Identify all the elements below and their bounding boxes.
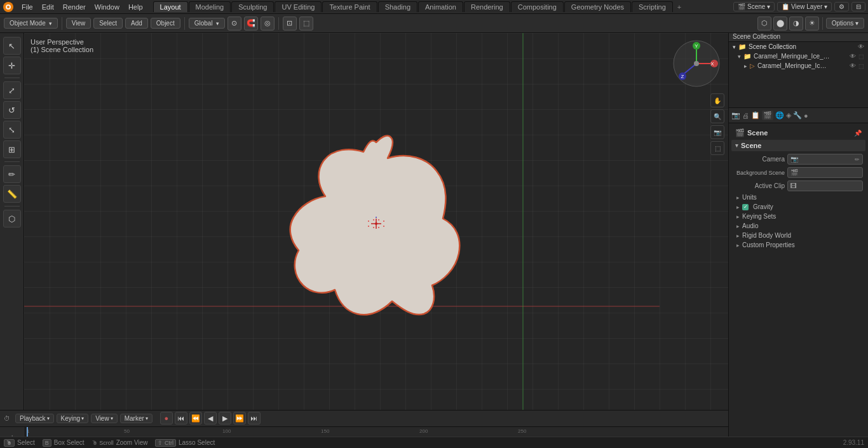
- menu-edit[interactable]: Edit: [38, 2, 58, 12]
- tab-modeling[interactable]: Modeling: [189, 1, 231, 12]
- outliner-item-collection[interactable]: ▾ 📁 Caramel_Meringue_Ice_Crea 👁 ⬚: [729, 51, 868, 61]
- cursor-tool[interactable]: ✛: [3, 57, 21, 74]
- units-section[interactable]: ▸ Units: [731, 193, 865, 202]
- tab-sculpting[interactable]: Sculpting: [231, 1, 274, 12]
- object-mode-dropdown[interactable]: Object Mode: [4, 18, 58, 29]
- tab-compositing[interactable]: Compositing: [511, 1, 564, 12]
- navigation-gizmo[interactable]: X Y Z: [671, 38, 722, 89]
- step-forward-btn[interactable]: ⏩: [233, 412, 246, 424]
- transform-global-dropdown[interactable]: Global: [189, 18, 225, 29]
- active-clip-field[interactable]: 🎞: [787, 180, 863, 191]
- scene-props-pin[interactable]: 📌: [854, 130, 862, 137]
- menu-window[interactable]: Window: [91, 2, 123, 12]
- view-layer-props-icon[interactable]: 📋: [751, 111, 760, 119]
- options-dropdown[interactable]: Options: [826, 18, 864, 29]
- snap-btn[interactable]: 🧲: [244, 17, 258, 31]
- playback-menu[interactable]: Playback: [15, 414, 54, 423]
- select-tool[interactable]: ↖: [3, 37, 21, 55]
- modifier-props-icon[interactable]: 🔧: [793, 111, 802, 119]
- render-props-icon[interactable]: 📷: [731, 111, 740, 119]
- scale-tool[interactable]: ⤡: [3, 121, 21, 139]
- background-scene-field[interactable]: 🎬: [787, 167, 863, 178]
- outliner-item-scene-collection[interactable]: ▾ 📁 Scene Collection 👁: [729, 42, 868, 51]
- outliner-item-mesh[interactable]: ▸ ▷ Caramel_Meringue_Ice_C 👁 ⬚: [729, 61, 868, 71]
- overlay-btn[interactable]: ⊡: [283, 17, 297, 31]
- add-menu[interactable]: Add: [125, 18, 148, 29]
- b-key: B: [43, 439, 51, 447]
- step-back-btn[interactable]: ⏪: [189, 412, 202, 424]
- view-layer-selector[interactable]: 📋 View Layer ▾: [777, 2, 832, 11]
- svg-text:Y: Y: [695, 43, 698, 49]
- tab-scripting[interactable]: Scripting: [632, 1, 673, 12]
- wireframe-shading-btn[interactable]: ⬡: [757, 17, 771, 31]
- scene-props-icon[interactable]: 🎬: [762, 111, 773, 120]
- rigid-body-section[interactable]: ▸ Rigid Body World: [731, 231, 865, 240]
- solid-shading-btn[interactable]: ⬤: [773, 17, 787, 31]
- select-menu[interactable]: Select: [93, 18, 123, 29]
- render-region-btn[interactable]: ⬚: [710, 141, 724, 155]
- audio-section[interactable]: ▸ Audio: [731, 221, 865, 231]
- play-btn[interactable]: ▶: [219, 412, 231, 424]
- measure-tool[interactable]: 📏: [3, 185, 21, 203]
- outliner-eye-icon[interactable]: 👁: [858, 43, 864, 50]
- menu-file[interactable]: File: [18, 2, 37, 12]
- jump-end-btn[interactable]: ⏭: [248, 412, 261, 424]
- object-menu[interactable]: Object: [151, 18, 180, 29]
- material-props-icon[interactable]: ●: [804, 112, 808, 119]
- object-props-icon[interactable]: ◈: [786, 111, 791, 119]
- outliner-item-eye[interactable]: 👁: [850, 53, 856, 60]
- keying-sets-section[interactable]: ▸ Keying Sets: [731, 212, 865, 221]
- menu-help[interactable]: Help: [125, 2, 147, 12]
- main-viewport[interactable]: User Perspective (1) Scene Collection X …: [24, 33, 728, 410]
- transform-pivot-btn[interactable]: ⊙: [227, 17, 241, 31]
- rotate-tool[interactable]: ↺: [3, 101, 21, 119]
- tab-layout[interactable]: Layout: [153, 1, 188, 12]
- view-menu[interactable]: View: [66, 18, 92, 29]
- scene-selector[interactable]: 🎬 Scene ▾: [733, 2, 775, 11]
- gravity-section[interactable]: ▸ ✓ Gravity: [731, 202, 865, 212]
- tab-shading[interactable]: Shading: [378, 1, 417, 12]
- tab-texture-paint[interactable]: Texture Paint: [322, 1, 377, 12]
- marker-menu[interactable]: Marker: [120, 414, 153, 423]
- material-preview-btn[interactable]: ◑: [789, 17, 803, 31]
- svg-point-15: [694, 61, 699, 66]
- add-cube-tool[interactable]: ⬡: [3, 210, 21, 227]
- gravity-checkbox[interactable]: ✓: [742, 204, 749, 210]
- engine-selector[interactable]: ⚙: [834, 2, 849, 11]
- tab-uv-editing[interactable]: UV Editing: [275, 1, 322, 12]
- rendered-shading-btn[interactable]: ☀: [805, 17, 819, 31]
- menu-render[interactable]: Render: [59, 2, 90, 12]
- keying-menu[interactable]: Keying: [57, 414, 89, 423]
- perspective-label: User Perspective: [31, 38, 93, 46]
- camera-view-btn[interactable]: 📷: [710, 125, 724, 139]
- camera-edit-btn[interactable]: ✏: [855, 156, 860, 163]
- zoom-view-btn[interactable]: 🔍: [710, 109, 724, 123]
- custom-properties-section[interactable]: ▸ Custom Properties: [731, 240, 865, 250]
- annotate-tool[interactable]: ✏: [3, 165, 21, 183]
- tab-geometry-nodes[interactable]: Geometry Nodes: [564, 1, 631, 12]
- pan-view-btn[interactable]: ✋: [710, 93, 724, 107]
- output-props-icon[interactable]: 🖨: [742, 112, 749, 119]
- filter-btn[interactable]: ⊟: [851, 2, 865, 11]
- add-workspace-button[interactable]: +: [674, 2, 685, 12]
- record-btn[interactable]: ●: [160, 412, 173, 424]
- jump-start-btn[interactable]: ⏮: [175, 412, 187, 424]
- camera-row: Camera 📷 ✏: [731, 153, 865, 166]
- units-arrow: ▸: [736, 194, 740, 201]
- blob-object[interactable]: [275, 123, 478, 320]
- tab-animation[interactable]: Animation: [418, 1, 463, 12]
- svg-point-18: [375, 222, 377, 225]
- xray-btn[interactable]: ⬚: [299, 17, 313, 31]
- tab-rendering[interactable]: Rendering: [464, 1, 510, 12]
- play-reverse-btn[interactable]: ◀: [204, 412, 217, 424]
- proportional-edit-btn[interactable]: ◎: [261, 17, 275, 31]
- outliner-mesh-restrict[interactable]: ⬚: [858, 63, 864, 69]
- view-menu-tl[interactable]: View: [91, 414, 118, 423]
- world-props-icon[interactable]: 🌐: [775, 111, 784, 119]
- move-tool[interactable]: ⤢: [3, 81, 21, 99]
- outliner-mesh-eye[interactable]: 👁: [850, 62, 856, 69]
- scene-section-header[interactable]: ▾ Scene: [731, 140, 865, 151]
- outliner-item-restrict[interactable]: ⬚: [858, 53, 864, 60]
- transform-tool[interactable]: ⊞: [3, 140, 21, 158]
- camera-field[interactable]: 📷 ✏: [787, 154, 863, 165]
